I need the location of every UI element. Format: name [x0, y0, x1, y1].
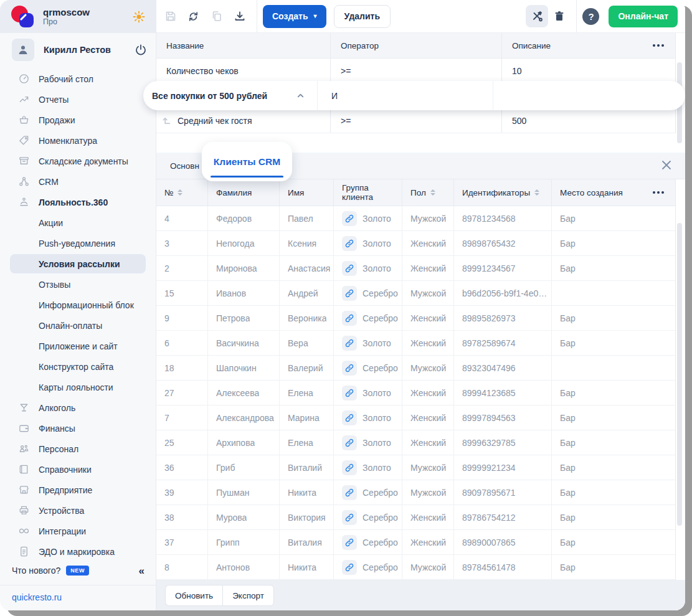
export-button[interactable]: Экспорт [222, 585, 274, 606]
cell-place: Бар [552, 530, 675, 554]
link-icon[interactable] [342, 535, 357, 550]
sidebar-item-11[interactable]: Информационный блок [0, 295, 156, 315]
sidebar-item-14[interactable]: Конструктор сайта [0, 356, 156, 377]
sort-icon[interactable] [178, 189, 182, 196]
table-row[interactable]: 36 Гриб Виталий Золото Мужской 899999212… [156, 455, 675, 480]
link-icon[interactable] [342, 286, 357, 301]
link-icon[interactable] [342, 410, 357, 425]
condition-row-checks[interactable]: Количество чеков >= 10 [156, 59, 675, 83]
table-row[interactable]: 15 Иванов Андрей Серебро Мужской b96d205… [156, 281, 675, 306]
condition-group-card[interactable]: Все покупки от 500 рублей И [143, 81, 685, 110]
sidebar-item-8[interactable]: Push-уведомления [0, 233, 156, 254]
sidebar-item-18[interactable]: Персонал [0, 438, 156, 459]
link-icon[interactable] [342, 211, 357, 226]
link-icon[interactable] [342, 336, 357, 351]
tools-button[interactable] [526, 5, 548, 27]
tab-clients-crm[interactable]: Клиенты CRM [202, 142, 292, 181]
sidebar-item-17[interactable]: Финансы [0, 418, 156, 438]
column-header-identifiers[interactable]: Идентификаторы [454, 179, 552, 206]
sidebar-item-23[interactable]: ЭДО и маркировка [0, 541, 156, 561]
column-header-description[interactable]: Описание [502, 33, 675, 58]
save-button[interactable] [159, 4, 182, 28]
sidebar-item-13[interactable]: Приложение и сайт [0, 336, 156, 356]
quickresto-link[interactable]: quickresto.ru [0, 585, 156, 610]
copy-button[interactable] [205, 4, 228, 28]
link-icon[interactable] [342, 311, 357, 326]
close-icon[interactable] [660, 159, 674, 173]
link-icon[interactable] [342, 510, 357, 525]
sidebar-item-6[interactable]: Лояльность.360 [0, 192, 156, 212]
link-icon[interactable] [342, 560, 357, 575]
column-header-num[interactable]: № [156, 179, 208, 206]
sidebar-item-20[interactable]: Предприятие [0, 480, 156, 500]
table-row[interactable]: 25 Архипова Елена Золото Женский 8999632… [156, 430, 675, 455]
table-row[interactable]: 2 Миронова Анастасия Золото Женский 8999… [156, 256, 675, 281]
sidebar-item-12[interactable]: Онлайн-оплаты [0, 315, 156, 336]
sort-icon[interactable] [430, 189, 435, 196]
sidebar-item-10[interactable]: Отзывы [0, 274, 156, 295]
table-row[interactable]: 8 Антонов Никита Серебро Мужской 8978456… [156, 555, 675, 580]
column-header-lastname[interactable]: Фамилия [208, 179, 280, 206]
clients-scrollbar[interactable] [677, 223, 682, 526]
sidebar-item-21[interactable]: Устройства [0, 500, 156, 521]
user-row[interactable]: Кирилл Рестов [0, 33, 156, 64]
sidebar-item-22[interactable]: Интеграции [0, 521, 156, 541]
online-chat-button[interactable]: Онлайн-чат [609, 6, 678, 27]
user-avatar-icon[interactable] [12, 39, 34, 61]
sort-icon[interactable] [534, 189, 539, 196]
whats-new-row[interactable]: Что нового? NEW « [0, 561, 156, 580]
theme-sun-icon[interactable] [132, 10, 146, 24]
table-row[interactable]: 37 Грипп Виталия Серебро Женский 8989000… [156, 530, 675, 555]
delete-button[interactable]: Удалить [334, 5, 391, 28]
table-row[interactable]: 7 Александрова Марина Золото Женский 899… [156, 405, 675, 430]
column-header-gender[interactable]: Пол [402, 179, 454, 206]
column-header-group[interactable]: Группа клиента [334, 179, 402, 206]
table-row[interactable]: 38 Мурова Виктория Серебро Женский 89786… [156, 505, 675, 530]
sidebar-item-0[interactable]: Рабочий стол [0, 69, 156, 89]
chevron-up-icon[interactable] [296, 92, 305, 100]
whats-new-label: Что нового? [12, 566, 60, 576]
link-icon[interactable] [342, 460, 357, 475]
sidebar-item-4[interactable]: Складские документы [0, 151, 156, 171]
link-icon[interactable] [342, 386, 357, 400]
sidebar-item-7[interactable]: Акции [0, 212, 156, 233]
sidebar-item-5[interactable]: CRM [0, 171, 156, 192]
table-row[interactable]: 18 Шапочкин Валерий Серебро Мужской 8932… [156, 356, 675, 381]
logout-power-icon[interactable] [135, 44, 147, 56]
help-button[interactable]: ? [582, 8, 599, 25]
sidebar-item-15[interactable]: Карты лояльности [0, 377, 156, 397]
sidebar-item-9[interactable]: Условия рассылки [10, 254, 146, 273]
collapse-sidebar-icon[interactable]: « [139, 566, 145, 576]
sidebar-item-1[interactable]: Отчеты [0, 89, 156, 110]
column-header-operator[interactable]: Оператор [331, 33, 502, 58]
tab-main[interactable]: Основн [170, 161, 199, 171]
download-button[interactable] [228, 4, 251, 28]
refresh-button[interactable] [182, 4, 205, 28]
condition-row-avg-check[interactable]: Средний чек гостя >= 500 [156, 108, 675, 133]
sidebar-item-2[interactable]: Продажи [0, 110, 156, 130]
table-row[interactable]: 9 Петрова Вероника Серебро Женский 89895… [156, 306, 675, 331]
column-header-firstname[interactable]: Имя [280, 179, 334, 206]
column-settings-icon[interactable] [653, 44, 664, 47]
link-icon[interactable] [342, 261, 357, 276]
table-row[interactable]: 27 Алексеева Елена Золото Женский 899941… [156, 381, 675, 405]
column-header-name[interactable]: Название [156, 33, 331, 58]
table-row[interactable]: 3 Непогода Ксения Золото Женский 8989876… [156, 231, 675, 256]
create-button[interactable]: Создать▾ [263, 5, 326, 28]
table-row[interactable]: 6 Васичкина Вера Золото Женский 89782589… [156, 331, 675, 356]
link-icon[interactable] [342, 236, 357, 251]
table-row[interactable]: 39 Пушман Никита Серебро Мужской 8909789… [156, 480, 675, 505]
cell-identifier: 89997894563 [454, 405, 552, 430]
sidebar-item-16[interactable]: Алкоголь [0, 397, 156, 418]
column-settings-icon[interactable] [653, 191, 664, 194]
link-icon[interactable] [342, 435, 357, 450]
trash-button[interactable] [548, 5, 571, 27]
table-row[interactable]: 4 Федоров Павел Золото Мужской 897812345… [156, 206, 675, 231]
sidebar-item-3[interactable]: Номенклатура [0, 130, 156, 151]
link-icon[interactable] [342, 361, 357, 376]
link-icon[interactable] [342, 485, 357, 500]
column-header-place[interactable]: Место создания [552, 179, 675, 206]
refresh-table-button[interactable]: Обновить [165, 585, 222, 606]
sidebar-item-19[interactable]: Справочники [0, 459, 156, 480]
brand-logo-icon[interactable] [11, 5, 35, 29]
